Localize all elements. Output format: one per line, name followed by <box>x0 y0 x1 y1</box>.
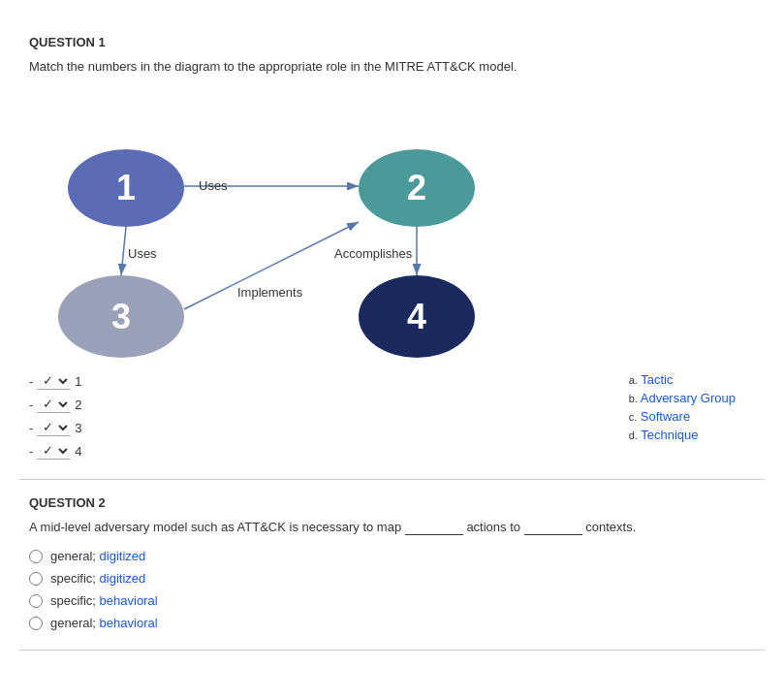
option-b-text: Adversary Group <box>641 391 736 405</box>
dropdown-1[interactable]: ✓ a b c d <box>37 372 71 390</box>
option-a-letter: a. <box>629 374 638 386</box>
radio-item-4[interactable]: general; behavioral <box>29 616 755 630</box>
radio-label-3-colored: behavioral <box>100 593 158 608</box>
match-row-2: - ✓ a b c d 2 <box>29 396 82 413</box>
radio-label-3[interactable]: specific; behavioral <box>50 593 158 608</box>
match-num-3: 3 <box>75 421 81 435</box>
q2-text-after: contexts. <box>585 520 636 534</box>
match-num-1: 1 <box>75 374 81 389</box>
matching-dropdowns: - ✓ a b c d 1 - ✓ a b <box>29 372 82 460</box>
node-3-label: 3 <box>111 297 131 337</box>
option-d-letter: d. <box>629 429 638 441</box>
option-d: d. Technique <box>629 428 736 442</box>
matching-section: - ✓ a b c d 1 - ✓ a b <box>29 372 755 460</box>
q2-blank-2 <box>524 520 582 535</box>
match-row-3: - ✓ a b c d 3 <box>29 419 82 436</box>
match-row-1: - ✓ a b c d 1 <box>29 372 82 390</box>
question-1-block: QUESTION 1 Match the numbers in the diag… <box>19 19 765 480</box>
radio-item-1[interactable]: general; digitized <box>29 549 755 563</box>
option-c-letter: c. <box>629 411 638 423</box>
question-2-title: QUESTION 2 <box>29 495 755 510</box>
q2-blank-1 <box>405 520 463 535</box>
question-2-text: A mid-level adversary model such as ATT&… <box>29 520 755 535</box>
match-num-2: 2 <box>75 397 81 412</box>
option-a-text: Tactic <box>641 372 673 387</box>
question-1-instruction: Match the numbers in the diagram to the … <box>29 59 755 74</box>
node-2-label: 2 <box>407 168 426 208</box>
diagram-container: 1 2 3 4 Uses Uses Implements Accomplishe… <box>48 91 591 363</box>
node-2: 2 <box>359 149 475 227</box>
question-1-title: QUESTION 1 <box>29 35 755 49</box>
radio-label-4[interactable]: general; behavioral <box>50 616 158 630</box>
dash-1: - <box>29 374 33 389</box>
dash-2: - <box>29 397 33 412</box>
radio-label-2-colored: digitized <box>100 571 146 586</box>
option-b-letter: b. <box>629 393 638 404</box>
option-d-text: Technique <box>641 428 698 442</box>
radio-input-1[interactable] <box>29 550 43 563</box>
dropdown-3[interactable]: ✓ a b c d <box>37 419 71 436</box>
option-a: a. Tactic <box>629 372 736 387</box>
node-4: 4 <box>359 275 475 358</box>
matching-options: a. Tactic b. Adversary Group c. Software… <box>629 372 755 442</box>
dropdown-2[interactable]: ✓ a b c d <box>37 396 71 413</box>
radio-label-2[interactable]: specific; digitized <box>50 571 145 586</box>
dash-3: - <box>29 421 33 435</box>
question-2-block: QUESTION 2 A mid-level adversary model s… <box>19 480 765 651</box>
radio-item-2[interactable]: specific; digitized <box>29 571 755 586</box>
node-4-label: 4 <box>407 297 426 337</box>
match-num-4: 4 <box>75 444 81 459</box>
radio-label-4-colored: behavioral <box>100 616 158 630</box>
dash-4: - <box>29 444 33 459</box>
node-1: 1 <box>68 149 184 227</box>
q2-text-before: A mid-level adversary model such as ATT&… <box>29 520 401 534</box>
radio-input-4[interactable] <box>29 617 43 630</box>
svg-line-2 <box>121 227 126 275</box>
arrow-label-uses-top: Uses <box>199 178 228 193</box>
arrow-label-uses-left: Uses <box>128 246 157 261</box>
option-b: b. Adversary Group <box>629 391 736 405</box>
q2-text-middle: actions to <box>466 520 520 534</box>
page-container: QUESTION 1 Match the numbers in the diag… <box>0 0 784 670</box>
radio-input-2[interactable] <box>29 572 43 586</box>
arrow-label-implements: Implements <box>237 285 302 300</box>
node-3: 3 <box>58 275 184 358</box>
match-row-4: - ✓ a b c d 4 <box>29 442 82 460</box>
radio-item-3[interactable]: specific; behavioral <box>29 593 755 608</box>
radio-label-1[interactable]: general; digitized <box>50 549 145 563</box>
option-c-text: Software <box>641 409 690 424</box>
dropdown-4[interactable]: ✓ a b c d <box>37 442 71 460</box>
q2-radio-group: general; digitized specific; digitized s… <box>29 549 755 630</box>
radio-input-3[interactable] <box>29 594 43 608</box>
arrow-label-accomplishes: Accomplishes <box>334 246 412 261</box>
option-c: c. Software <box>629 409 736 424</box>
radio-label-1-colored: digitized <box>100 549 146 563</box>
node-1-label: 1 <box>116 168 136 208</box>
